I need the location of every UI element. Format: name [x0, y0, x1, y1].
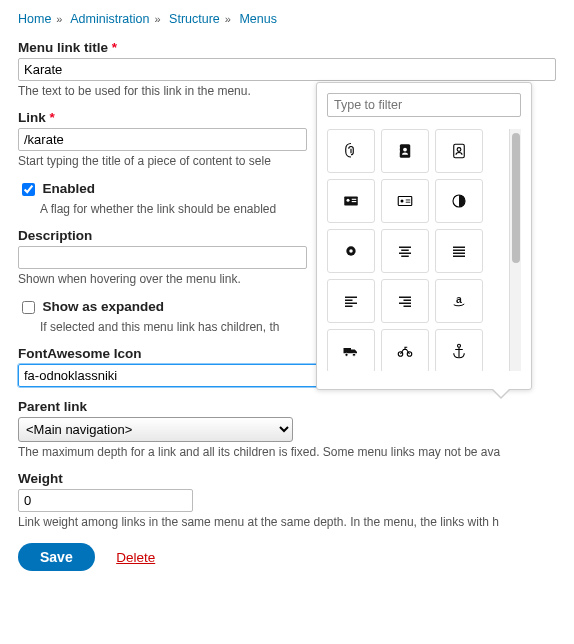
delete-link[interactable]: Delete: [116, 550, 155, 565]
enabled-checkbox[interactable]: [22, 183, 35, 196]
svg-rect-28: [345, 306, 353, 308]
svg-point-5: [457, 148, 461, 152]
weight-input[interactable]: [18, 489, 193, 512]
menu-link-title-input[interactable]: [18, 58, 556, 81]
svg-rect-23: [453, 253, 465, 255]
address-book-outline-icon[interactable]: [435, 129, 483, 173]
description-input[interactable]: [18, 246, 307, 269]
align-justify-icon[interactable]: [435, 229, 483, 273]
field-parent-link: Parent link <Main navigation> The maximu…: [18, 399, 556, 459]
show-expanded-checkbox[interactable]: [22, 301, 35, 314]
svg-rect-27: [345, 303, 357, 305]
menu-link-title-label: Menu link title *: [18, 40, 556, 55]
svg-rect-29: [399, 297, 411, 299]
icon-filter-input[interactable]: [327, 93, 521, 117]
svg-rect-26: [345, 300, 353, 302]
dot-circle-icon[interactable]: [327, 229, 375, 273]
parent-link-help: The maximum depth for a link and all its…: [18, 445, 556, 459]
bc-structure[interactable]: Structure: [169, 12, 220, 26]
align-right-icon[interactable]: [381, 279, 429, 323]
anchor-icon[interactable]: [435, 329, 483, 371]
svg-rect-21: [453, 247, 465, 249]
svg-point-16: [349, 249, 353, 253]
svg-rect-1: [398, 147, 400, 149]
save-button[interactable]: Save: [18, 543, 95, 571]
show-expanded-label: Show as expanded: [42, 299, 164, 314]
form-actions: Save Delete: [18, 543, 556, 571]
svg-point-36: [353, 353, 356, 356]
breadcrumb: Home» Administration» Structure» Menus: [18, 12, 556, 26]
svg-rect-34: [344, 348, 352, 353]
weight-help: Link weight among links in the same menu…: [18, 515, 556, 529]
id-card-icon[interactable]: [327, 179, 375, 223]
id-badge-icon[interactable]: [381, 179, 429, 223]
bc-menus[interactable]: Menus: [239, 12, 277, 26]
icon-picker-popup: a: [316, 82, 532, 390]
bc-home[interactable]: Home: [18, 12, 51, 26]
svg-point-3: [403, 148, 407, 152]
svg-rect-22: [453, 250, 465, 252]
parent-link-label: Parent link: [18, 399, 556, 414]
truck-icon[interactable]: [327, 329, 375, 371]
weight-label: Weight: [18, 471, 556, 486]
svg-rect-20: [401, 256, 409, 258]
svg-rect-31: [399, 303, 411, 305]
svg-rect-18: [401, 250, 409, 252]
svg-rect-12: [406, 200, 411, 201]
svg-rect-25: [345, 297, 357, 299]
svg-point-39: [458, 344, 461, 347]
svg-rect-13: [406, 202, 411, 203]
align-left-icon[interactable]: [327, 279, 375, 323]
svg-rect-17: [399, 247, 411, 249]
svg-text:a: a: [456, 293, 462, 305]
svg-rect-19: [399, 253, 411, 255]
icon-popup-scrollbar[interactable]: [509, 129, 521, 371]
fingerprint-icon[interactable]: [327, 129, 375, 173]
amazon-icon[interactable]: a: [435, 279, 483, 323]
svg-rect-30: [404, 300, 412, 302]
parent-link-select[interactable]: <Main navigation>: [18, 417, 293, 442]
address-book-bold-icon[interactable]: [381, 129, 429, 173]
enabled-label: Enabled: [42, 181, 95, 196]
svg-rect-10: [398, 197, 412, 206]
svg-rect-9: [352, 201, 357, 202]
svg-point-7: [347, 199, 350, 202]
link-input[interactable]: [18, 128, 307, 151]
field-weight: Weight Link weight among links in the sa…: [18, 471, 556, 529]
contrast-circle-icon[interactable]: [435, 179, 483, 223]
svg-rect-24: [453, 256, 465, 258]
svg-rect-8: [352, 199, 357, 200]
icon-grid: a: [327, 129, 521, 371]
svg-point-11: [401, 200, 404, 203]
align-center-icon[interactable]: [381, 229, 429, 273]
svg-rect-2: [398, 150, 400, 152]
svg-point-35: [345, 353, 348, 356]
motorcycle-icon[interactable]: [381, 329, 429, 371]
bc-admin[interactable]: Administration: [70, 12, 149, 26]
svg-rect-32: [404, 306, 412, 308]
